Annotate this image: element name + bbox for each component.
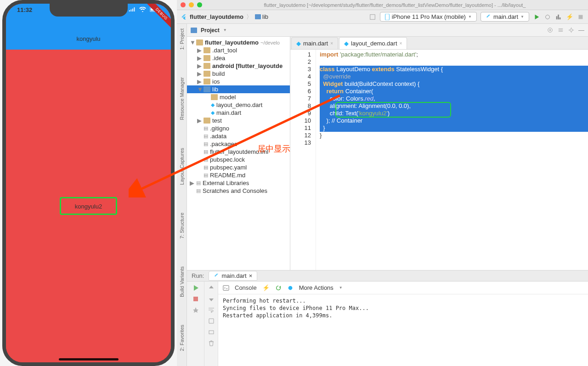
folder-icon xyxy=(204,47,210,53)
tool-window-bar: 1: Project Resource Manager Layout Captu… xyxy=(177,24,187,366)
debug-button[interactable] xyxy=(544,13,551,21)
sidebar-tab-layout-captures[interactable]: Layout Captures xyxy=(179,148,185,185)
project-header-title[interactable]: Project xyxy=(201,27,220,34)
window-zoom-icon[interactable] xyxy=(197,2,202,7)
sidebar-tab-build-variants[interactable]: Build Variants xyxy=(179,266,185,297)
tree-node[interactable]: ▶ios xyxy=(187,78,290,85)
code-line[interactable]: import 'package:flutter/material.dart'; xyxy=(320,51,588,58)
trash-icon[interactable] xyxy=(208,339,215,347)
code-line[interactable]: color: Colors.red, xyxy=(320,95,588,102)
code-line[interactable]: child: Text('kongyulu2') xyxy=(320,110,588,117)
tree-node[interactable]: ▤flutter_layoutdemo.iml xyxy=(187,148,290,156)
code-line[interactable] xyxy=(320,58,588,66)
tree-node[interactable]: ▤README.md xyxy=(187,171,290,179)
collapse-icon[interactable] xyxy=(557,27,564,34)
code-line[interactable]: ); // Container xyxy=(320,117,588,124)
hide-icon[interactable]: — xyxy=(578,27,584,34)
tree-node[interactable]: ▶.idea xyxy=(187,54,290,62)
devtools-icon[interactable] xyxy=(287,285,294,291)
tree-node[interactable]: ▶.dart_tool xyxy=(187,46,290,54)
split-area: ▼flutter_layoutdemo ~/develo▶.dart_tool▶… xyxy=(187,37,588,270)
tree-node[interactable]: ▶test xyxy=(187,117,290,124)
device-selector[interactable]: iPhone 11 Pro Max (mobile) ▼ xyxy=(380,12,477,22)
chevron-right-icon: 〉 xyxy=(246,13,252,21)
tree-node[interactable]: ▤pubspec.yaml xyxy=(187,163,290,171)
tree-node[interactable]: ▤.packages xyxy=(187,140,290,148)
wrap-icon[interactable] xyxy=(208,306,215,314)
run-tab[interactable]: main.dart × xyxy=(209,271,257,281)
scroll-icon[interactable] xyxy=(208,317,215,325)
gear-icon[interactable] xyxy=(568,27,575,34)
sidebar-tab-project[interactable]: 1: Project xyxy=(179,28,185,50)
code-line[interactable]: } xyxy=(320,132,588,139)
code-line[interactable]: return Container( xyxy=(320,88,588,95)
console-gutter-2 xyxy=(204,282,218,366)
code-editor[interactable]: 12345678910111213 import 'package:flutte… xyxy=(290,50,588,270)
close-icon[interactable]: × xyxy=(400,41,402,46)
tree-node[interactable]: ▤ .adata xyxy=(187,132,290,140)
more-actions-label[interactable]: More Actions xyxy=(299,284,334,291)
rerun-icon[interactable] xyxy=(192,284,199,292)
code-line[interactable]: class LayoutDemo extends StatelessWidget… xyxy=(320,66,588,73)
tree-node[interactable]: ▶android [flutter_layoutde xyxy=(187,62,290,70)
console-output[interactable]: Performing hot restart... Syncing files … xyxy=(218,294,588,366)
code-line[interactable]: alignment: Alignment(0.0, 0.0), xyxy=(320,102,588,110)
tree-node[interactable]: ▶▤External Libraries xyxy=(187,179,290,187)
code-line[interactable]: @override xyxy=(320,73,588,80)
tree-node[interactable]: ◆layout_demo.dart xyxy=(187,101,290,109)
down-icon[interactable] xyxy=(208,295,215,303)
run-button[interactable] xyxy=(533,13,540,21)
code-line[interactable]: } xyxy=(320,124,588,132)
sidebar-tab-structure[interactable]: 7: Structure xyxy=(179,213,185,239)
run-config-selector[interactable]: main.dart ▼ xyxy=(481,12,529,22)
tree-node[interactable]: ▤Scratches and Consoles xyxy=(187,187,290,195)
breadcrumb[interactable]: flutter_layoutdemo 〉 lib xyxy=(181,13,268,21)
chevron-down-icon[interactable]: ▼ xyxy=(223,28,227,32)
editor-tab[interactable]: ◆layout_demo.dart× xyxy=(339,37,407,49)
print-icon[interactable] xyxy=(208,328,215,336)
tree-node[interactable]: ▼lib xyxy=(187,85,290,93)
sidebar-tab-resource-manager[interactable]: Resource Manager xyxy=(179,77,185,120)
window-minimize-icon[interactable] xyxy=(189,2,194,7)
code-area[interactable]: import 'package:flutter/material.dart'; … xyxy=(316,50,588,270)
tree-node[interactable]: ▤pubspec.lock xyxy=(187,156,290,163)
chevron-down-icon: ▼ xyxy=(520,15,524,19)
folder-icon xyxy=(196,39,203,45)
tree-node[interactable]: ▼flutter_layoutdemo ~/develo xyxy=(187,39,290,46)
tree-node[interactable]: model xyxy=(187,93,290,101)
tree-node[interactable]: ◆main.dart xyxy=(187,109,290,117)
console-icon[interactable] xyxy=(223,285,229,291)
tree-node[interactable]: ▤.gitigno xyxy=(187,124,290,132)
close-icon[interactable]: × xyxy=(249,272,253,279)
file-icon: ▤ xyxy=(204,141,208,147)
bolt-icon[interactable]: ⚡ xyxy=(262,284,270,291)
locate-icon[interactable] xyxy=(547,27,554,34)
toolbar-icon[interactable] xyxy=(369,13,376,21)
console-label[interactable]: Console xyxy=(235,284,257,291)
code-line[interactable]: Widget build(BuildContext context) { xyxy=(320,80,588,88)
chevron-down-icon[interactable]: ▼ xyxy=(339,286,343,290)
project-area: Project ▼ — ▼flutter_layoutdemo ~/develo… xyxy=(187,24,588,366)
run-tab-label: main.dart xyxy=(221,272,246,279)
hot-reload-icon[interactable]: ⚡ xyxy=(566,13,573,21)
stop-button[interactable] xyxy=(577,13,584,21)
breadcrumb-folder: lib xyxy=(262,13,268,20)
profile-button[interactable] xyxy=(555,13,562,21)
file-icon: ▤ xyxy=(204,125,208,131)
status-time: 11:32 xyxy=(17,6,32,13)
console-panel: Console ⚡ More Actions ▼ Performing hot … xyxy=(187,281,588,366)
window-close-icon[interactable] xyxy=(181,2,186,7)
run-panel-header: Run: main.dart × xyxy=(187,270,588,281)
file-icon: ▤ xyxy=(204,164,208,170)
pin-icon[interactable] xyxy=(192,306,199,314)
code-line[interactable] xyxy=(320,139,588,146)
editor-tab[interactable]: ◆main.dart× xyxy=(291,37,338,49)
project-tree[interactable]: ▼flutter_layoutdemo ~/develo▶.dart_tool▶… xyxy=(187,37,290,270)
tree-node[interactable]: ▶build xyxy=(187,70,290,78)
reload-icon[interactable] xyxy=(275,285,282,291)
console-body: Console ⚡ More Actions ▼ Performing hot … xyxy=(218,282,588,366)
close-icon[interactable]: × xyxy=(330,41,333,46)
up-icon[interactable] xyxy=(208,284,215,292)
sidebar-tab-favorites[interactable]: 2: Favorites xyxy=(179,325,185,351)
stop-icon[interactable] xyxy=(192,295,199,303)
